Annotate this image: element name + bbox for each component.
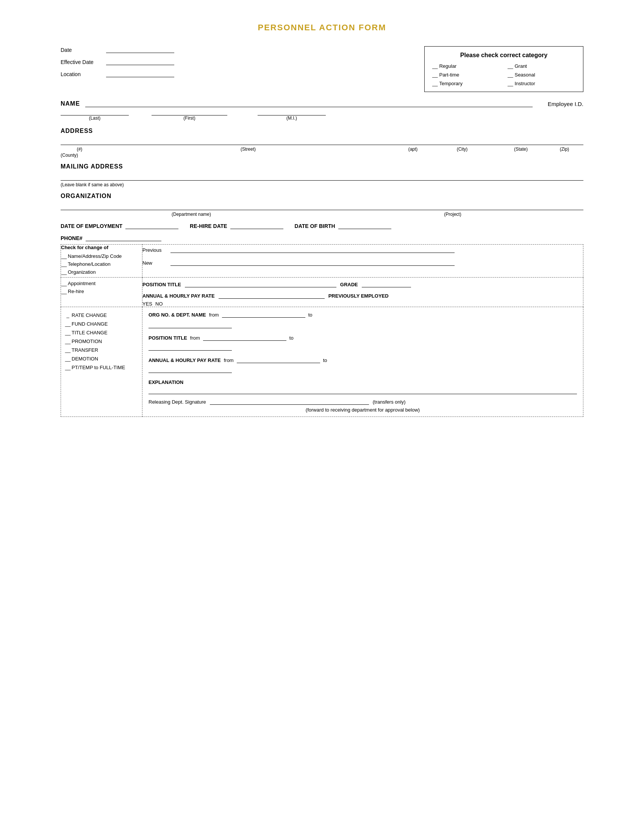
pos-from-label: from — [190, 335, 200, 341]
employee-id-label: Employee I.D. — [548, 101, 583, 107]
pay-from-label: from — [224, 357, 234, 363]
new-input[interactable] — [171, 259, 455, 266]
apt-label: (apt) — [408, 146, 418, 152]
checkbox-telephone[interactable]: __ — [61, 261, 67, 267]
date-of-birth-input[interactable] — [338, 222, 391, 229]
org-to-label: to — [308, 312, 312, 318]
address-input[interactable] — [61, 137, 583, 145]
checkbox-promotion[interactable]: __ — [65, 338, 71, 344]
check-rehire[interactable]: __ Re-hire — [61, 288, 142, 294]
county-label: (County) — [61, 153, 78, 158]
pay-to-input[interactable] — [148, 366, 232, 373]
mi-input[interactable] — [258, 109, 326, 116]
appointment-right: POSITION TITLE GRADE ANNUAL & HOURLY PAY… — [142, 278, 583, 307]
category-parttime[interactable]: __ Part-time — [432, 72, 500, 78]
checkbox-grant[interactable]: __ — [508, 63, 513, 69]
checkbox-temporary[interactable]: __ — [432, 80, 438, 86]
annual-hourly-input[interactable] — [219, 292, 325, 299]
last-name-input[interactable] — [61, 109, 129, 116]
check-title-change[interactable]: __ TITLE CHANGE — [65, 330, 138, 336]
check-pt-to-full[interactable]: __ PT/TEMP to FULL-TIME — [65, 365, 138, 370]
previous-label: Previous — [142, 247, 169, 253]
check-rate-change[interactable]: _ RATE CHANGE — [65, 312, 138, 318]
effective-date-input[interactable] — [106, 58, 174, 65]
check-transfer[interactable]: __ TRANSFER — [65, 347, 138, 353]
checkbox-rate-change[interactable]: _ — [65, 312, 71, 318]
pos-title-change-label: POSITION TITLE — [148, 335, 187, 341]
last-label: (Last) — [89, 116, 101, 121]
state-label: (State) — [514, 146, 528, 152]
checkbox-name-address[interactable]: __ — [61, 253, 67, 259]
name-input[interactable] — [85, 100, 533, 107]
form-title: PERSONNEL ACTION FORM — [61, 23, 583, 32]
zip-label: (Zip) — [560, 146, 569, 152]
checkbox-regular[interactable]: __ — [432, 63, 438, 69]
category-regular[interactable]: __ Regular — [432, 63, 500, 69]
change-section-left: _ RATE CHANGE __ FUND CHANGE __ TITLE CH… — [61, 307, 142, 417]
org-input[interactable] — [61, 203, 583, 210]
city-label: (City) — [457, 146, 468, 152]
location-input[interactable] — [106, 71, 174, 77]
mailing-note: (Leave blank if same as above) — [61, 182, 583, 187]
checkbox-fund-change[interactable]: __ — [65, 321, 71, 327]
check-name-address[interactable]: __ Name/Address/Zip Code — [61, 253, 142, 259]
name-label: NAME — [61, 100, 80, 107]
no-label: NO — [155, 301, 163, 307]
previous-input[interactable] — [171, 246, 455, 253]
position-title-input[interactable] — [185, 281, 336, 287]
check-demotion[interactable]: __ DEMOTION — [65, 356, 138, 362]
mailing-address-label: MAILING ADDRESS — [61, 163, 583, 170]
category-title: Please check correct category — [432, 52, 575, 59]
category-grant[interactable]: __ Grant — [508, 63, 575, 69]
phone-label: PHONE# — [61, 235, 82, 241]
checkbox-appointment[interactable]: __ — [61, 281, 67, 286]
checkbox-transfer[interactable]: __ — [65, 347, 71, 353]
rehire-date-label: RE-HIRE DATE — [190, 223, 227, 229]
category-instructor[interactable]: __ Instructor — [508, 80, 575, 86]
org-to-input[interactable] — [148, 322, 232, 328]
grade-input[interactable] — [362, 281, 411, 287]
phone-input[interactable] — [85, 234, 161, 241]
checkbox-pt-to-full[interactable]: __ — [65, 365, 71, 370]
check-organization[interactable]: __ Organization — [61, 269, 142, 275]
change-of-title: Check for change of — [61, 244, 142, 250]
date-of-employment-input[interactable] — [126, 222, 179, 229]
pay-from-input[interactable] — [237, 356, 320, 363]
releasing-label: Releasing Dept. Signature — [148, 399, 206, 405]
checkbox-seasonal[interactable]: __ — [508, 72, 513, 78]
check-fund-change[interactable]: __ FUND CHANGE — [65, 321, 138, 327]
explanation-input[interactable] — [148, 388, 577, 394]
rehire-date-input[interactable] — [230, 222, 283, 229]
org-no-dept-label: ORG NO. & DEPT. NAME — [148, 312, 206, 318]
checkbox-demotion[interactable]: __ — [65, 356, 71, 362]
date-input[interactable] — [106, 46, 174, 53]
checkbox-rehire[interactable]: __ — [61, 288, 67, 294]
change-of-right: Previous New — [142, 244, 583, 278]
checkbox-parttime[interactable]: __ — [432, 72, 438, 78]
check-telephone[interactable]: __ Telephone/Location — [61, 261, 142, 267]
yes-label: YES — [142, 301, 152, 307]
project-label: (Project) — [444, 212, 461, 217]
category-temporary[interactable]: __ Temporary — [432, 80, 500, 86]
date-label: Date — [61, 47, 102, 53]
org-from-input[interactable] — [222, 311, 305, 318]
change-section-right: ORG NO. & DEPT. NAME from to POSITION TI… — [142, 307, 583, 417]
pos-to-label: to — [290, 335, 294, 341]
pos-from-input[interactable] — [203, 334, 287, 341]
checkbox-organization[interactable]: __ — [61, 269, 67, 275]
first-name-input[interactable] — [151, 109, 227, 116]
check-promotion[interactable]: __ PROMOTION — [65, 338, 138, 344]
checkbox-instructor[interactable]: __ — [508, 80, 513, 86]
mailing-address-input[interactable] — [61, 173, 583, 181]
appointment-left: __ Appointment __ Re-hire — [61, 278, 142, 307]
pos-to-input[interactable] — [148, 344, 232, 351]
explanation-label: EXPLANATION — [148, 380, 577, 385]
releasing-input[interactable] — [210, 398, 369, 405]
position-title-label: POSITION TITLE — [142, 282, 181, 287]
check-appointment[interactable]: __ Appointment — [61, 281, 142, 286]
forward-note: (forward to receiving department for app… — [148, 407, 577, 413]
org-from-label: from — [209, 312, 219, 318]
category-seasonal[interactable]: __ Seasonal — [508, 72, 575, 78]
checkbox-title-change[interactable]: __ — [65, 330, 71, 336]
org-label: ORGANIZATION — [61, 193, 583, 199]
